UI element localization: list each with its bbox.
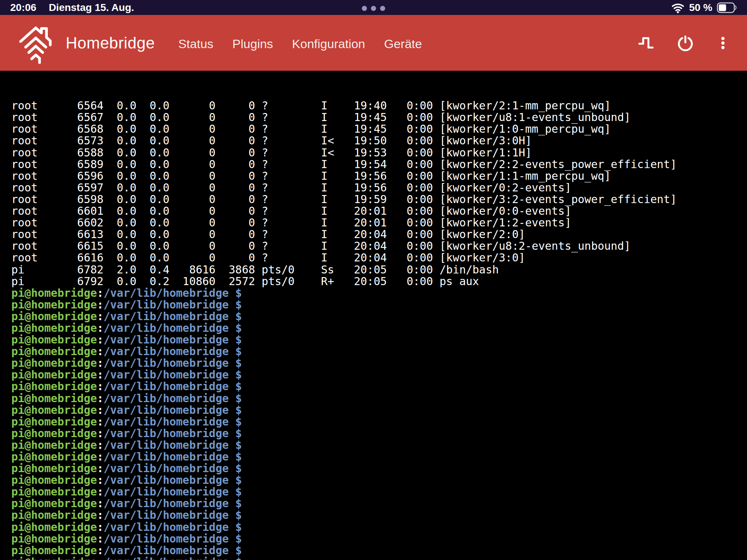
prompt-segment: /var/lib/homebridge	[104, 322, 229, 334]
header-actions	[638, 35, 730, 51]
prompt-segment: $	[229, 439, 242, 451]
ps-output-line: root 6573 0.0 0.0 0 0 ? I< 19:50 0:00 [k…	[11, 135, 747, 147]
prompt-segment: :	[97, 345, 104, 358]
prompt-segment: $	[229, 368, 242, 381]
prompt-segment: pi@homebridge	[11, 485, 97, 498]
prompt-segment: pi@homebridge	[11, 298, 97, 311]
ps-output-line: root 6589 0.0 0.0 0 0 ? I 19:54 0:00 [kw…	[11, 159, 747, 170]
shell-prompt-line: pi@homebridge:/var/lib/homebridge $	[11, 346, 747, 357]
prompt-segment: $	[229, 462, 242, 475]
brand-title: Homebridge	[66, 34, 155, 52]
ps-output-line: root 6564 0.0 0.0 0 0 ? I 19:40 0:00 [kw…	[11, 100, 747, 112]
nav-item-geraete[interactable]: Geräte	[384, 37, 422, 51]
homebridge-logo-icon	[17, 22, 55, 64]
prompt-segment: :	[97, 462, 104, 475]
prompt-segment: $	[229, 509, 242, 521]
nav-item-plugins[interactable]: Plugins	[232, 37, 273, 51]
ps-output-line: root 6601 0.0 0.0 0 0 ? I 20:01 0:00 [kw…	[11, 205, 747, 217]
prompt-segment: :	[97, 450, 104, 463]
prompt-segment: pi@homebridge	[11, 462, 97, 475]
shell-prompt-line: pi@homebridge:/var/lib/homebridge $	[11, 451, 747, 463]
prompt-segment: /var/lib/homebridge	[104, 509, 229, 521]
prompt-segment: pi@homebridge	[11, 392, 97, 405]
prompt-segment: $	[229, 357, 242, 369]
prompt-segment: /var/lib/homebridge	[104, 462, 229, 475]
prompt-segment: :	[97, 497, 104, 510]
shell-prompt-line: pi@homebridge:/var/lib/homebridge $	[11, 322, 747, 334]
prompt-segment: /var/lib/homebridge	[104, 427, 229, 440]
power-button[interactable]	[677, 35, 694, 51]
prompt-segment: pi@homebridge	[11, 544, 97, 557]
shell-prompt-line: pi@homebridge:/var/lib/homebridge $	[11, 357, 747, 369]
prompt-segment: $	[229, 544, 242, 557]
prompt-segment: pi@homebridge	[11, 474, 97, 486]
shell-prompt-line: pi@homebridge:/var/lib/homebridge $	[11, 439, 747, 451]
log-pulse-button[interactable]	[638, 35, 655, 51]
prompt-segment: :	[97, 427, 104, 440]
prompt-segment: :	[97, 532, 104, 545]
nav-item-konfiguration[interactable]: Konfiguration	[292, 37, 365, 51]
ps-output-line: root 6597 0.0 0.0 0 0 ? I 19:56 0:00 [kw…	[11, 182, 747, 194]
ps-output-line: root 6602 0.0 0.0 0 0 ? I 20:01 0:00 [kw…	[11, 217, 747, 229]
shell-prompt-line: pi@homebridge:/var/lib/homebridge $	[11, 393, 747, 404]
multitasking-dots-icon	[362, 6, 385, 11]
ps-output-line: root 6598 0.0 0.0 0 0 ? I 19:59 0:00 [kw…	[11, 194, 747, 205]
shell-prompt-line: pi@homebridge:/var/lib/homebridge $	[11, 509, 747, 521]
prompt-segment: pi@homebridge	[11, 497, 97, 510]
nav-item-status[interactable]: Status	[178, 37, 213, 51]
homebridge-brand[interactable]: Homebridge	[17, 22, 155, 64]
prompt-segment: /var/lib/homebridge	[104, 474, 229, 486]
prompt-segment: pi@homebridge	[11, 322, 97, 334]
wifi-icon	[671, 2, 685, 13]
main-nav: Status Plugins Konfiguration Geräte	[178, 37, 422, 51]
prompt-segment: /var/lib/homebridge	[104, 345, 229, 358]
ps-output-line: root 6615 0.0 0.0 0 0 ? I 20:04 0:00 [kw…	[11, 240, 747, 252]
terminal-output: root 6564 0.0 0.0 0 0 ? I 19:40 0:00 [kw…	[11, 100, 747, 560]
prompt-segment: pi@homebridge	[11, 345, 97, 358]
shell-prompt-line: pi@homebridge:/var/lib/homebridge $	[11, 404, 747, 416]
prompt-segment: $	[229, 345, 242, 358]
prompt-segment: pi@homebridge	[11, 380, 97, 393]
prompt-segment: $	[229, 485, 242, 498]
prompt-segment: :	[97, 415, 104, 428]
prompt-segment: pi@homebridge	[11, 521, 97, 533]
prompt-segment: :	[97, 287, 104, 299]
homebridge-header: Homebridge Status Plugins Konfiguration …	[0, 15, 747, 71]
prompt-segment: $	[229, 427, 242, 440]
prompt-segment: $	[229, 404, 242, 416]
prompt-segment: $	[229, 333, 242, 346]
shell-prompt-line: pi@homebridge:/var/lib/homebridge $	[11, 369, 747, 381]
prompt-segment: $	[229, 556, 242, 560]
prompt-segment: :	[97, 392, 104, 405]
prompt-segment: pi@homebridge	[11, 556, 97, 560]
shell-prompt-line: pi@homebridge:/var/lib/homebridge $	[11, 334, 747, 346]
ps-output-line: root 6588 0.0 0.0 0 0 ? I< 19:53 0:00 [k…	[11, 147, 747, 159]
ps-output-line: pi 6792 0.0 0.2 10860 2572 pts/0 R+ 20:0…	[11, 276, 747, 287]
prompt-segment: $	[229, 415, 242, 428]
ps-output-line: pi 6782 2.0 0.4 8616 3868 pts/0 Ss 20:05…	[11, 264, 747, 276]
kebab-menu-icon	[716, 35, 730, 51]
shell-prompt-line: pi@homebridge:/var/lib/homebridge $	[11, 287, 747, 299]
battery-percent: 50 %	[689, 2, 712, 13]
ps-output-line: root 6613 0.0 0.0 0 0 ? I 20:04 0:00 [kw…	[11, 229, 747, 240]
shell-prompt-line: pi@homebridge:/var/lib/homebridge $	[11, 545, 747, 556]
shell-prompt-line: pi@homebridge:/var/lib/homebridge $	[11, 463, 747, 474]
ios-status-bar: 20:06 Dienstag 15. Aug. 50 %	[0, 0, 747, 15]
prompt-segment: /var/lib/homebridge	[104, 333, 229, 346]
prompt-segment: :	[97, 404, 104, 416]
prompt-segment: :	[97, 485, 104, 498]
prompt-segment: $	[229, 298, 242, 311]
prompt-segment: $	[229, 450, 242, 463]
prompt-segment: /var/lib/homebridge	[104, 485, 229, 498]
prompt-segment: /var/lib/homebridge	[104, 404, 229, 416]
terminal[interactable]: root 6564 0.0 0.0 0 0 ? I 19:40 0:00 [kw…	[0, 71, 747, 560]
prompt-segment: $	[229, 322, 242, 334]
prompt-segment: /var/lib/homebridge	[104, 392, 229, 405]
log-pulse-icon	[638, 35, 655, 51]
power-icon	[677, 35, 694, 51]
shell-prompt-line: pi@homebridge:/var/lib/homebridge $	[11, 311, 747, 322]
prompt-segment: /var/lib/homebridge	[104, 439, 229, 451]
ps-output-line: root 6616 0.0 0.0 0 0 ? I 20:04 0:00 [kw…	[11, 252, 747, 264]
more-menu-button[interactable]	[716, 35, 730, 51]
prompt-segment: /var/lib/homebridge	[104, 357, 229, 369]
